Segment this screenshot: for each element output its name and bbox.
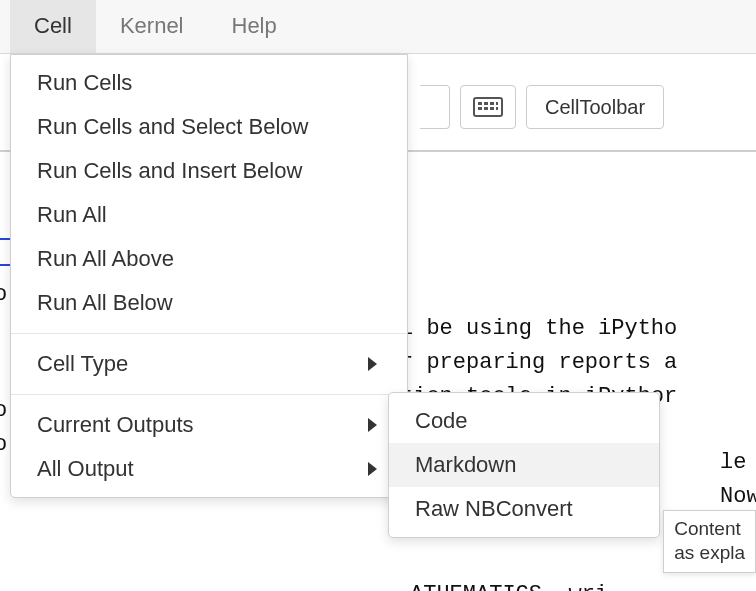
- menu-cell-type[interactable]: Cell Type: [11, 342, 407, 386]
- menu-run-all-label: Run All: [37, 202, 107, 228]
- tooltip-line-2: as expla: [674, 541, 745, 566]
- partial-char-3: o: [0, 432, 7, 457]
- menu-current-outputs[interactable]: Current Outputs: [11, 403, 407, 447]
- submenu-code[interactable]: Code: [389, 399, 659, 443]
- nb-line-5: Now: [720, 484, 756, 509]
- submenu-markdown[interactable]: Markdown: [389, 443, 659, 487]
- menu-help[interactable]: Help: [208, 0, 301, 53]
- cell-type-submenu: Code Markdown Raw NBConvert: [388, 392, 660, 538]
- caret-right-icon: [368, 462, 377, 476]
- menu-run-cells-select-below-label: Run Cells and Select Below: [37, 114, 308, 140]
- menubar: Cell Kernel Help: [0, 0, 756, 54]
- nb-line-1: l be using the iPytho: [400, 316, 677, 341]
- tooltip-line-1: Content: [674, 517, 745, 542]
- menu-all-output-label: All Output: [37, 456, 134, 482]
- nb-line-2: r preparing reports a: [400, 350, 677, 375]
- menu-cell[interactable]: Cell: [10, 0, 96, 53]
- partial-char-1: o: [0, 282, 7, 307]
- caret-right-icon: [368, 357, 377, 371]
- celltoolbar-button[interactable]: CellToolbar: [526, 85, 664, 129]
- command-palette-button[interactable]: [460, 85, 516, 129]
- nb-line-4: le: [720, 450, 746, 475]
- tooltip: Content as expla: [663, 510, 756, 573]
- submenu-raw-nbconvert[interactable]: Raw NBConvert: [389, 487, 659, 531]
- menu-separator-1: [11, 333, 407, 334]
- menu-run-cells-insert-below-label: Run Cells and Insert Below: [37, 158, 302, 184]
- menu-kernel[interactable]: Kernel: [96, 0, 208, 53]
- menu-run-all-above-label: Run All Above: [37, 246, 174, 272]
- cell-menu-dropdown: Run Cells Run Cells and Select Below Run…: [10, 54, 408, 498]
- menu-run-cells-select-below[interactable]: Run Cells and Select Below: [11, 105, 407, 149]
- menu-all-output[interactable]: All Output: [11, 447, 407, 491]
- toolbar-button-partial[interactable]: [420, 85, 450, 129]
- menu-run-all[interactable]: Run All: [11, 193, 407, 237]
- menu-cell-type-label: Cell Type: [37, 351, 128, 377]
- menu-run-cells-label: Run Cells: [37, 70, 132, 96]
- menu-run-all-below[interactable]: Run All Below: [11, 281, 407, 325]
- keyboard-icon: [473, 97, 503, 117]
- menu-run-all-below-label: Run All Below: [37, 290, 173, 316]
- menu-current-outputs-label: Current Outputs: [37, 412, 194, 438]
- nb-line-7: ATHEMATICS- wri: [410, 582, 608, 591]
- menu-separator-2: [11, 394, 407, 395]
- menu-run-cells-insert-below[interactable]: Run Cells and Insert Below: [11, 149, 407, 193]
- menu-run-all-above[interactable]: Run All Above: [11, 237, 407, 281]
- menu-run-cells[interactable]: Run Cells: [11, 61, 407, 105]
- partial-char-2: o: [0, 398, 7, 423]
- caret-right-icon: [368, 418, 377, 432]
